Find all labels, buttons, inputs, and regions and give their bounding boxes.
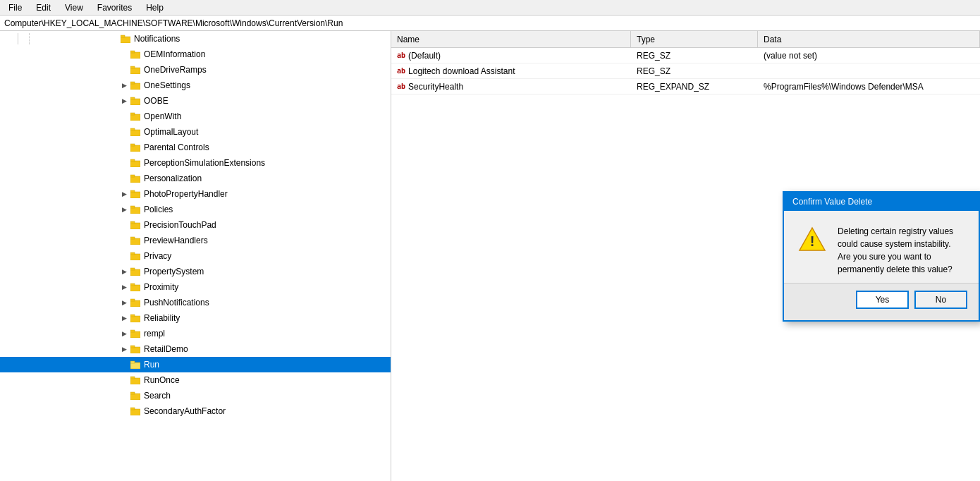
folder-icon bbox=[130, 390, 141, 401]
tree-panel[interactable]: Notifications OEMInformation OneDriveRam… bbox=[0, 31, 391, 481]
list-item[interactable]: Search bbox=[0, 388, 391, 403]
svg-rect-0 bbox=[121, 37, 130, 43]
expand-icon[interactable]: ▶ bbox=[118, 343, 130, 355]
svg-rect-48 bbox=[130, 409, 140, 415]
list-item[interactable]: OptimalLayout bbox=[0, 124, 391, 140]
svg-rect-35 bbox=[130, 299, 135, 301]
svg-rect-11 bbox=[130, 113, 135, 115]
folder-icon bbox=[130, 250, 141, 262]
expand-icon[interactable]: ▶ bbox=[118, 204, 130, 215]
folder-icon bbox=[130, 281, 141, 293]
folder-icon bbox=[130, 343, 141, 355]
folder-icon bbox=[130, 204, 141, 215]
list-item[interactable]: ▶ RetailDemo bbox=[0, 341, 391, 357]
svg-text:!: ! bbox=[810, 233, 815, 249]
svg-rect-43 bbox=[130, 361, 135, 363]
svg-rect-24 bbox=[130, 223, 140, 229]
address-path: Computer\HKEY_LOCAL_MACHINE\SOFTWARE\Mic… bbox=[4, 18, 343, 28]
expand-icon[interactable]: ▶ bbox=[118, 328, 130, 339]
tree-item-label: Search bbox=[144, 391, 171, 401]
folder-icon bbox=[130, 406, 141, 417]
expand-icon[interactable]: ▶ bbox=[118, 312, 130, 324]
list-item[interactable]: PrecisionTouchPad bbox=[0, 217, 391, 233]
list-item-run[interactable]: Run bbox=[0, 357, 391, 372]
reg-type: REG_SZ bbox=[631, 48, 758, 63]
svg-rect-40 bbox=[130, 347, 140, 353]
svg-rect-7 bbox=[130, 82, 135, 84]
list-item[interactable]: Parental Controls bbox=[0, 140, 391, 155]
svg-rect-8 bbox=[130, 99, 140, 105]
folder-icon bbox=[130, 126, 141, 138]
dialog-no-button[interactable]: No bbox=[914, 291, 967, 309]
list-item[interactable]: SecondaryAuthFactor bbox=[0, 403, 391, 419]
col-header-name[interactable]: Name bbox=[391, 31, 631, 47]
reg-name: ab (Default) bbox=[391, 48, 631, 63]
list-item[interactable]: ▶ PropertySystem bbox=[0, 264, 391, 279]
svg-rect-19 bbox=[130, 175, 135, 177]
registry-panel: Name Type Data ab (Default) REG_SZ (valu… bbox=[391, 31, 980, 481]
ab-icon: ab bbox=[397, 83, 405, 90]
tree-scroll-area: Notifications OEMInformation OneDriveRam… bbox=[0, 31, 391, 419]
svg-rect-38 bbox=[130, 331, 140, 338]
tree-item-label: Privacy bbox=[144, 251, 171, 261]
folder-icon bbox=[130, 64, 141, 75]
menu-help[interactable]: Help bbox=[140, 1, 169, 14]
svg-rect-31 bbox=[130, 268, 135, 270]
svg-rect-21 bbox=[130, 190, 135, 193]
folder-icon bbox=[130, 157, 141, 169]
list-item[interactable]: ▶ rempl bbox=[0, 326, 391, 341]
list-item[interactable]: OEMInformation bbox=[0, 47, 391, 62]
list-item[interactable]: PreviewHandlers bbox=[0, 233, 391, 248]
menu-file[interactable]: File bbox=[3, 1, 27, 14]
tree-item-label: PreviewHandlers bbox=[144, 236, 208, 245]
svg-rect-30 bbox=[130, 269, 140, 276]
svg-rect-1 bbox=[121, 35, 125, 37]
folder-icon bbox=[130, 80, 141, 91]
svg-rect-13 bbox=[130, 128, 135, 130]
list-item[interactable]: ▶ PushNotifications bbox=[0, 295, 391, 310]
col-header-type[interactable]: Type bbox=[631, 31, 758, 47]
tree-item-label: PerceptionSimulationExtensions bbox=[144, 158, 265, 168]
list-item[interactable]: ▶ Reliability bbox=[0, 310, 391, 326]
expand-icon[interactable]: ▶ bbox=[118, 188, 130, 200]
expand-icon[interactable]: ▶ bbox=[118, 281, 130, 293]
expand-icon[interactable]: ▶ bbox=[118, 80, 130, 91]
tree-item-label: Run bbox=[144, 360, 159, 370]
svg-rect-47 bbox=[130, 392, 135, 394]
list-item[interactable]: PerceptionSimulationExtensions bbox=[0, 155, 391, 171]
list-item[interactable]: Privacy bbox=[0, 248, 391, 264]
confirm-delete-dialog: Confirm Value Delete ! Deleting certain … bbox=[783, 191, 980, 322]
list-item[interactable]: ▶ OneSettings bbox=[0, 78, 391, 93]
reg-name: ab SecurityHealth bbox=[391, 79, 631, 94]
tree-item-label: SecondaryAuthFactor bbox=[144, 406, 226, 416]
reg-name: ab Logitech download Assistant bbox=[391, 63, 631, 78]
tree-item-label: Notifications bbox=[134, 34, 180, 44]
menu-favorites[interactable]: Favorites bbox=[92, 1, 137, 14]
list-item[interactable]: RunOnce bbox=[0, 372, 391, 388]
folder-icon bbox=[130, 235, 141, 246]
list-item[interactable]: ▶ Policies bbox=[0, 202, 391, 217]
list-item[interactable]: ▶ Proximity bbox=[0, 279, 391, 295]
reg-type: REG_SZ bbox=[631, 63, 758, 78]
list-item[interactable]: ▶ OOBE bbox=[0, 93, 391, 109]
tree-item-label: Parental Controls bbox=[144, 142, 209, 152]
list-item[interactable]: OpenWith bbox=[0, 109, 391, 124]
svg-rect-20 bbox=[130, 192, 140, 198]
list-item[interactable]: Notifications bbox=[0, 31, 391, 47]
list-item[interactable]: ▶ PhotoPropertyHandler bbox=[0, 186, 391, 202]
tree-item-label: PhotoPropertyHandler bbox=[144, 189, 228, 199]
svg-rect-41 bbox=[130, 346, 135, 348]
svg-rect-16 bbox=[130, 161, 140, 167]
list-item[interactable]: OneDriveRamps bbox=[0, 62, 391, 78]
svg-rect-34 bbox=[130, 300, 140, 307]
expand-icon[interactable]: ▶ bbox=[118, 95, 130, 106]
dialog-yes-button[interactable]: Yes bbox=[856, 291, 909, 309]
svg-rect-22 bbox=[130, 207, 140, 214]
folder-icon bbox=[130, 266, 141, 277]
expand-icon[interactable]: ▶ bbox=[118, 297, 130, 308]
expand-icon[interactable]: ▶ bbox=[118, 266, 130, 277]
menu-edit[interactable]: Edit bbox=[30, 1, 56, 14]
svg-rect-39 bbox=[130, 330, 135, 332]
menu-view[interactable]: View bbox=[59, 1, 89, 14]
list-item[interactable]: Personalization bbox=[0, 171, 391, 186]
